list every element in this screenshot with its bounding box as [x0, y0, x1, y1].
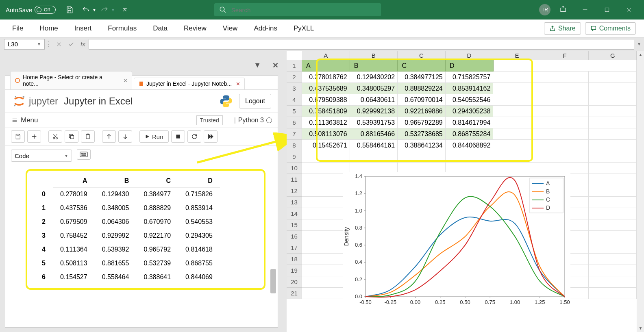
- name-box[interactable]: L30 ▼: [4, 39, 45, 50]
- col-header[interactable]: C: [398, 51, 446, 60]
- jupyter-tab-notebook[interactable]: Jupyter in Excel - Jupyter Noteb... ✕: [134, 78, 245, 89]
- share-button[interactable]: Share: [544, 22, 581, 35]
- cell[interactable]: 0.888829224: [398, 83, 446, 94]
- col-header[interactable]: D: [446, 51, 494, 60]
- cell[interactable]: A: [302, 60, 350, 72]
- cell[interactable]: [589, 163, 637, 174]
- cell[interactable]: 0.294305238: [446, 106, 494, 117]
- cell[interactable]: 0.540552546: [446, 94, 494, 106]
- tab-addins[interactable]: Add-ins: [246, 20, 285, 37]
- cell[interactable]: 0.384977125: [398, 72, 446, 83]
- save-button[interactable]: [11, 130, 25, 143]
- tab-review[interactable]: Review: [176, 20, 215, 37]
- cell[interactable]: 0.922169886: [398, 106, 446, 117]
- autosave-toggle[interactable]: Off: [35, 6, 56, 14]
- grid[interactable]: ABCD 0.2780187620.1294302020.3849771250.…: [302, 60, 637, 332]
- ribbon-display-icon[interactable]: [554, 3, 572, 16]
- cell[interactable]: 0.868755284: [446, 128, 494, 140]
- cell[interactable]: 0.965792289: [398, 117, 446, 128]
- scroll-down-icon[interactable]: ▼: [637, 325, 644, 332]
- run-all-button[interactable]: [204, 130, 218, 143]
- cell[interactable]: 0.388641234: [398, 140, 446, 151]
- cell[interactable]: [589, 208, 637, 219]
- cell[interactable]: [398, 151, 446, 163]
- cell[interactable]: 0.758451809: [302, 106, 350, 117]
- move-down-button[interactable]: [118, 130, 132, 143]
- jupyter-tab-home[interactable]: Home Page - Select or create a note... ✕: [10, 71, 132, 89]
- redo-dropdown-icon[interactable]: ▼: [111, 8, 115, 12]
- cell[interactable]: [302, 151, 350, 163]
- comments-button[interactable]: Comments: [585, 22, 636, 35]
- row-header[interactable]: 10: [287, 163, 302, 174]
- move-up-button[interactable]: [102, 130, 116, 143]
- tab-view[interactable]: View: [215, 20, 246, 37]
- command-palette-button[interactable]: [77, 149, 91, 160]
- cell[interactable]: 0.558464161: [350, 140, 398, 151]
- celltype-select[interactable]: Code▼: [11, 150, 72, 162]
- cell[interactable]: 0.844068892: [446, 140, 494, 151]
- row-header[interactable]: 1: [287, 60, 302, 72]
- tab-formulas[interactable]: Formulas: [100, 20, 145, 37]
- undo-dropdown-icon[interactable]: ▼: [92, 8, 96, 12]
- row-header[interactable]: 12: [287, 185, 302, 197]
- pane-close-icon[interactable]: ✕: [272, 61, 278, 70]
- kernel-indicator[interactable]: | Python 3: [234, 117, 272, 124]
- col-header[interactable]: B: [350, 51, 398, 60]
- enter-formula-button[interactable]: [65, 39, 77, 50]
- row-header[interactable]: 16: [287, 231, 302, 242]
- scroll-up-icon[interactable]: ▲: [637, 51, 644, 59]
- search-input[interactable]: [231, 7, 376, 13]
- copy-button[interactable]: [65, 130, 78, 143]
- cell[interactable]: [493, 151, 541, 163]
- redo-icon[interactable]: [98, 3, 111, 16]
- cell[interactable]: [541, 151, 589, 163]
- cell[interactable]: 0.814617994: [446, 117, 494, 128]
- cell[interactable]: 0.129430202: [350, 72, 398, 83]
- cell[interactable]: [589, 174, 637, 185]
- cell[interactable]: 0.508113076: [302, 128, 350, 140]
- jupyter-logo[interactable]: jupyter: [12, 94, 58, 108]
- vertical-scrollbar[interactable]: ▲ ▼: [637, 51, 644, 332]
- menu-button[interactable]: Menu: [11, 116, 38, 124]
- tab-data[interactable]: Data: [145, 20, 176, 37]
- minimize-button[interactable]: [576, 3, 594, 16]
- row-header[interactable]: 21: [287, 288, 302, 299]
- tab-pyxll[interactable]: PyXLL: [285, 20, 322, 37]
- trusted-badge[interactable]: Trusted: [196, 115, 223, 125]
- cell[interactable]: [589, 219, 637, 231]
- density-chart[interactable]: 0.00.20.40.60.81.01.21.4-0.50-0.250.000.…: [343, 172, 570, 310]
- cell[interactable]: [589, 231, 637, 242]
- row-header[interactable]: 3: [287, 83, 302, 94]
- close-icon[interactable]: ✕: [236, 81, 240, 87]
- cell[interactable]: 0.437535689: [302, 83, 350, 94]
- row-header[interactable]: 15: [287, 219, 302, 231]
- cell[interactable]: [350, 151, 398, 163]
- restart-button[interactable]: [187, 130, 201, 143]
- row-header[interactable]: 4: [287, 94, 302, 106]
- search-box[interactable]: [214, 3, 381, 16]
- chevron-down-icon[interactable]: ▼: [37, 42, 41, 46]
- cell[interactable]: B: [350, 60, 398, 72]
- cell[interactable]: [589, 242, 637, 254]
- formula-input[interactable]: [89, 39, 634, 50]
- row-header[interactable]: 7: [287, 128, 302, 140]
- scrollbar[interactable]: [270, 269, 276, 293]
- cell[interactable]: 0.532738685: [398, 128, 446, 140]
- cell[interactable]: C: [398, 60, 446, 72]
- formula-expand-icon[interactable]: ▼: [634, 42, 644, 46]
- undo-icon[interactable]: [79, 3, 92, 16]
- tab-home[interactable]: Home: [31, 20, 66, 37]
- cell[interactable]: [589, 288, 637, 299]
- cell[interactable]: 0.15452671: [302, 140, 350, 151]
- cell[interactable]: [589, 185, 637, 197]
- run-button[interactable]: Run: [139, 130, 169, 143]
- cell[interactable]: 0.853914162: [446, 83, 494, 94]
- col-header[interactable]: F: [541, 51, 589, 60]
- logout-button[interactable]: Logout: [239, 94, 271, 108]
- cell[interactable]: [446, 151, 494, 163]
- row-header[interactable]: 20: [287, 276, 302, 288]
- tab-file[interactable]: File: [4, 20, 31, 37]
- close-button[interactable]: [620, 3, 638, 16]
- row-header[interactable]: 18: [287, 254, 302, 265]
- col-header[interactable]: A: [302, 51, 350, 60]
